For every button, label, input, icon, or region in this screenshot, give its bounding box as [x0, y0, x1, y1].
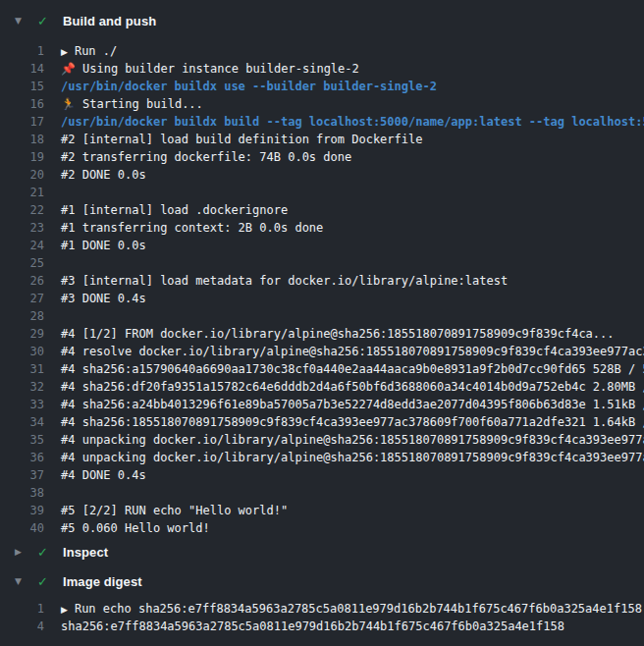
chevron-down-icon[interactable]: ▼: [15, 16, 28, 26]
log-line: 28: [0, 307, 644, 325]
log-text: #4 resolve docker.io/library/alpine@sha2…: [61, 343, 644, 360]
chevron-right-icon[interactable]: ▶: [15, 547, 28, 557]
section-title: Build and push: [63, 14, 156, 28]
log-line: 20#2 DONE 0.0s: [0, 166, 644, 184]
log-line: 33#4 sha256:a24bb4013296f61e89ba57005a7b…: [0, 396, 644, 413]
line-number[interactable]: 26: [0, 272, 44, 290]
log-line: 26#3 [internal] load metadata for docker…: [0, 272, 644, 290]
log-line: 4sha256:e7ff8834a5963a2785c5a0811e979d16…: [0, 618, 644, 635]
log-line: 1▶Run ./: [0, 42, 644, 60]
line-number[interactable]: 39: [0, 502, 44, 519]
line-number[interactable]: 27: [0, 290, 44, 307]
line-number[interactable]: 14: [0, 60, 44, 78]
log-lines: 1▶Run ./14📌Using builder instance builde…: [0, 42, 644, 537]
line-number[interactable]: 24: [0, 237, 44, 254]
log-command-text: /usr/bin/docker buildx use --builder bui…: [61, 78, 437, 95]
log-text: 📌Using builder instance builder-single-2: [61, 60, 359, 78]
log-text: #4 unpacking docker.io/library/alpine@sh…: [61, 449, 644, 466]
runner-icon: 🏃: [61, 95, 76, 113]
log-line: 24#1 DONE 0.0s: [0, 237, 644, 254]
log-text: sha256:e7ff8834a5963a2785c5a0811e979d16b…: [61, 618, 564, 635]
log-text: #2 DONE 0.0s: [61, 166, 146, 184]
log-section-build-and-push: ▼✓Build and push1▶Run ./14📌Using builder…: [0, 6, 644, 537]
line-number[interactable]: 36: [0, 449, 44, 466]
log-line: 17/usr/bin/docker buildx build --tag loc…: [0, 113, 644, 131]
log-section-image-digest: ▼✓Image digest1▶Run echo sha256:e7ff8834…: [0, 566, 644, 635]
log-line: 35#4 unpacking docker.io/library/alpine@…: [0, 431, 644, 449]
line-number[interactable]: 33: [0, 396, 44, 413]
log-line: 31#4 sha256:a15790640a6690aa1730c38cf0a4…: [0, 360, 644, 378]
log-line: 14📌Using builder instance builder-single…: [0, 60, 644, 78]
log-line: 36#4 unpacking docker.io/library/alpine@…: [0, 449, 644, 466]
log-text: #5 0.060 Hello world!: [61, 519, 210, 537]
log-line: 18#2 [internal] load build definition fr…: [0, 131, 644, 148]
workflow-log-viewer: ▼✓Build and push1▶Run ./14📌Using builder…: [0, 0, 644, 646]
log-text: #4 sha256:df20fa9351a15782c64e6dddb2d4a6…: [61, 378, 644, 396]
log-line: 27#3 DONE 0.4s: [0, 290, 644, 307]
log-text: ▶Run ./: [61, 42, 117, 60]
log-lines: 1▶Run echo sha256:e7ff8834a5963a2785c5a0…: [0, 600, 644, 635]
log-text: #1 DONE 0.0s: [61, 237, 146, 254]
run-expand-icon[interactable]: ▶: [61, 47, 68, 57]
log-line: 40#5 0.060 Hello world!: [0, 519, 644, 537]
log-text: #1 transferring context: 2B 0.0s done: [61, 219, 323, 237]
log-line: 32#4 sha256:df20fa9351a15782c64e6dddb2d4…: [0, 378, 644, 396]
log-line: 21: [0, 184, 644, 201]
log-line: 22#1 [internal] load .dockerignore: [0, 201, 644, 219]
line-number[interactable]: 40: [0, 519, 44, 537]
line-number[interactable]: 37: [0, 466, 44, 484]
line-number[interactable]: 28: [0, 307, 44, 325]
line-number[interactable]: 19: [0, 148, 44, 166]
line-number[interactable]: 16: [0, 95, 44, 113]
log-text: #4 sha256:a15790640a6690aa1730c38cf0a440…: [61, 360, 644, 378]
success-check-icon: ✓: [37, 14, 53, 28]
log-line: 25: [0, 254, 644, 272]
line-number[interactable]: 35: [0, 431, 44, 449]
log-section-inspect: ▶✓Inspect: [0, 537, 644, 566]
line-number[interactable]: 18: [0, 131, 44, 148]
chevron-down-icon[interactable]: ▼: [15, 576, 28, 586]
line-number[interactable]: 30: [0, 343, 44, 360]
line-number[interactable]: 31: [0, 360, 44, 378]
line-number[interactable]: 22: [0, 201, 44, 219]
pushpin-icon: 📌: [61, 60, 76, 78]
log-text: #4 sha256:a24bb4013296f61e89ba57005a7b3e…: [61, 396, 644, 413]
line-number[interactable]: 1: [0, 42, 44, 60]
line-number[interactable]: 34: [0, 413, 44, 431]
log-text: #4 unpacking docker.io/library/alpine@sh…: [61, 431, 644, 449]
log-line: 19#2 transferring dockerfile: 74B 0.0s d…: [0, 148, 644, 166]
line-number[interactable]: 21: [0, 184, 44, 201]
success-check-icon: ✓: [37, 574, 53, 589]
line-number[interactable]: 25: [0, 254, 44, 272]
section-header-build-and-push[interactable]: ▼✓Build and push: [0, 6, 644, 35]
line-number[interactable]: 4: [0, 618, 44, 635]
line-number[interactable]: 1: [0, 600, 44, 618]
line-number[interactable]: 23: [0, 219, 44, 237]
line-number[interactable]: 38: [0, 484, 44, 502]
log-text: #4 sha256:185518070891758909c9f839cf4ca3…: [61, 413, 644, 431]
run-expand-icon[interactable]: ▶: [61, 605, 68, 615]
section-header-image-digest[interactable]: ▼✓Image digest: [0, 566, 644, 596]
section-title: Image digest: [63, 574, 142, 589]
log-line: 34#4 sha256:185518070891758909c9f839cf4c…: [0, 413, 644, 431]
log-text: 🏃Starting build...: [61, 95, 203, 113]
log-line: 15/usr/bin/docker buildx use --builder b…: [0, 78, 644, 95]
log-line: 1▶Run echo sha256:e7ff8834a5963a2785c5a0…: [0, 600, 644, 618]
log-command-text: /usr/bin/docker buildx build --tag local…: [61, 113, 644, 131]
log-line: 16🏃Starting build...: [0, 95, 644, 113]
log-line: 23#1 transferring context: 2B 0.0s done: [0, 219, 644, 237]
section-header-inspect[interactable]: ▶✓Inspect: [0, 537, 644, 566]
success-check-icon: ✓: [37, 545, 53, 560]
log-line: 37#4 DONE 0.4s: [0, 466, 644, 484]
log-text: #5 [2/2] RUN echo "Hello world!": [61, 502, 288, 519]
line-number[interactable]: 17: [0, 113, 44, 131]
log-text: ▶Run echo sha256:e7ff8834a5963a2785c5a08…: [61, 600, 642, 618]
log-text: #3 [internal] load metadata for docker.i…: [61, 272, 508, 290]
log-text: #3 DONE 0.4s: [61, 290, 146, 307]
log-text: #4 DONE 0.4s: [61, 466, 146, 484]
line-number[interactable]: 15: [0, 78, 44, 95]
section-title: Inspect: [63, 545, 108, 560]
line-number[interactable]: 29: [0, 325, 44, 343]
line-number[interactable]: 20: [0, 166, 44, 184]
line-number[interactable]: 32: [0, 378, 44, 396]
